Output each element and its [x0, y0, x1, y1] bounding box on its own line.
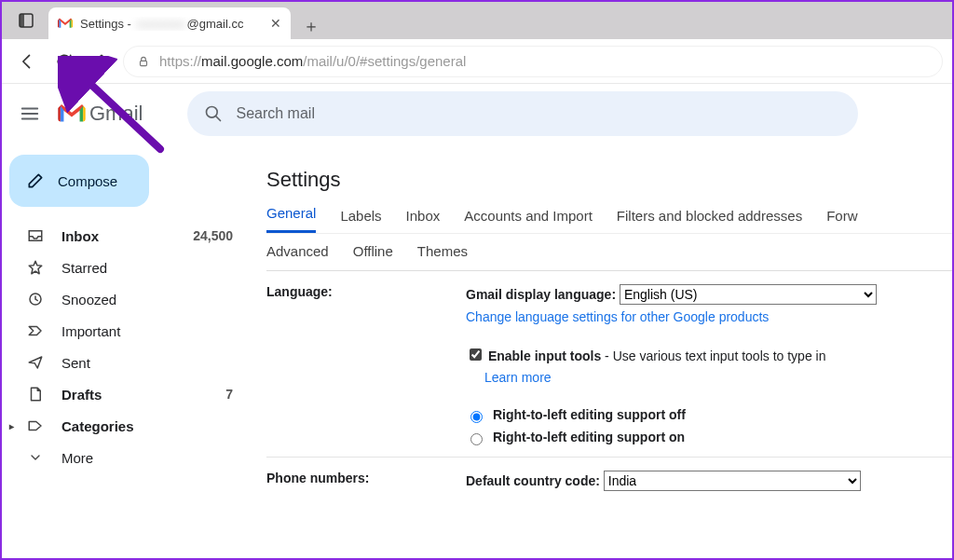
sidebar-item-label: More	[61, 450, 93, 466]
change-language-link[interactable]: Change language settings for other Googl…	[466, 309, 769, 324]
important-icon	[26, 322, 45, 339]
gmail-logo[interactable]: Gmail	[58, 102, 143, 126]
display-language-select[interactable]: English (US)	[620, 284, 877, 305]
sidebar-item-snoozed[interactable]: Snoozed	[7, 283, 244, 315]
send-icon	[26, 354, 45, 371]
inbox-icon	[26, 227, 45, 244]
home-button[interactable]	[86, 46, 117, 77]
sidebar-item-label: Sent	[61, 355, 90, 371]
drafts-icon	[26, 386, 45, 403]
back-button[interactable]	[11, 46, 43, 77]
setting-language: Language: Gmail display language: Englis…	[266, 271, 952, 457]
sidebar-item-important[interactable]: Important	[7, 315, 244, 347]
learn-more-link[interactable]: Learn more	[484, 370, 552, 385]
tab-general[interactable]: General	[266, 205, 316, 233]
rtl-off-label: Right-to-left editing support off	[493, 404, 686, 427]
default-cc-label: Default country code:	[466, 473, 600, 488]
tab-offline[interactable]: Offline	[353, 243, 393, 270]
star-icon	[26, 259, 45, 276]
gmail-header: Gmail Search mail	[2, 84, 952, 143]
tab-accounts[interactable]: Accounts and Import	[464, 208, 593, 233]
rtl-on-label: Right-to-left editing support on	[493, 427, 685, 449]
rtl-off-radio[interactable]	[470, 411, 483, 423]
gmail-favicon-icon	[58, 18, 73, 29]
pencil-icon	[26, 171, 45, 190]
window-controls-icon[interactable]	[13, 7, 39, 34]
new-tab-button[interactable]: ＋	[298, 13, 324, 39]
rtl-on-radio[interactable]	[470, 433, 483, 445]
lock-icon	[137, 55, 150, 68]
svg-rect-2	[141, 61, 147, 65]
tab-advanced[interactable]: Advanced	[266, 243, 329, 270]
clock-icon	[26, 291, 45, 307]
sidebar-item-label: Starred	[61, 260, 107, 276]
setting-label: Language:	[266, 284, 466, 449]
main-menu-button[interactable]	[9, 93, 50, 134]
enable-input-tools-desc: - Use various text input tools to type i…	[601, 348, 825, 363]
search-bar[interactable]: Search mail	[187, 91, 858, 136]
sidebar-item-label: Snoozed	[61, 292, 116, 307]
sidebar-item-label: Important	[61, 323, 120, 339]
sidebar-item-count: 7	[225, 387, 233, 402]
sidebar-item-label: Inbox	[61, 228, 99, 244]
sidebar-item-more[interactable]: More	[7, 442, 244, 473]
tab-inbox[interactable]: Inbox	[406, 208, 441, 233]
tab-forwarding[interactable]: Forw	[826, 208, 857, 233]
sidebar-item-label: Categories	[61, 418, 134, 434]
gmail-wordmark: Gmail	[89, 102, 143, 126]
browser-toolbar: https://mail.google.com/mail/u/0/#settin…	[2, 39, 952, 84]
display-language-label: Gmail display language:	[466, 287, 616, 302]
tab-title: Settings - xxxxxxxx@gmail.cc	[80, 17, 243, 31]
sidebar-item-inbox[interactable]: Inbox 24,500	[7, 220, 244, 252]
url-text: https://mail.google.com/mail/u/0/#settin…	[159, 53, 466, 69]
tab-close-icon[interactable]: ✕	[270, 16, 281, 31]
tab-filters[interactable]: Filters and blocked addresses	[617, 208, 802, 233]
search-icon	[204, 104, 223, 123]
chevron-down-icon	[26, 450, 45, 465]
compose-label: Compose	[58, 173, 117, 189]
browser-tabstrip: Settings - xxxxxxxx@gmail.cc ✕ ＋	[2, 2, 952, 39]
settings-panel: Settings General Labels Inbox Accounts a…	[244, 149, 952, 560]
sidebar-item-sent[interactable]: Sent	[7, 347, 244, 378]
address-bar[interactable]: https://mail.google.com/mail/u/0/#settin…	[123, 46, 943, 77]
sidebar-item-starred[interactable]: Starred	[7, 252, 244, 283]
sidebar-item-count: 24,500	[193, 228, 233, 243]
sidebar: Compose Inbox 24,500 Starred Snoozed Imp…	[2, 143, 244, 560]
sidebar-item-drafts[interactable]: Drafts 7	[7, 378, 244, 410]
enable-input-tools-label: Enable input tools	[488, 348, 601, 363]
settings-tabs-primary: General Labels Inbox Accounts and Import…	[266, 205, 952, 234]
tab-labels[interactable]: Labels	[340, 208, 381, 233]
caret-right-icon: ▸	[9, 421, 14, 431]
setting-label: Phone numbers:	[266, 471, 466, 493]
gmail-logo-icon	[58, 103, 86, 124]
browser-tab[interactable]: Settings - xxxxxxxx@gmail.cc ✕	[48, 7, 291, 39]
tab-themes[interactable]: Themes	[417, 243, 468, 270]
refresh-button[interactable]	[48, 46, 80, 77]
enable-input-tools-checkbox[interactable]	[470, 348, 482, 361]
page-title: Settings	[266, 168, 952, 192]
sidebar-item-label: Drafts	[61, 387, 102, 403]
setting-phone: Phone numbers: Default country code: Ind…	[266, 457, 952, 500]
svg-rect-1	[20, 14, 24, 27]
default-cc-select[interactable]: India	[604, 471, 861, 491]
search-placeholder: Search mail	[236, 105, 314, 122]
compose-button[interactable]: Compose	[9, 155, 149, 207]
categories-icon	[26, 417, 45, 434]
sidebar-item-categories[interactable]: ▸ Categories	[7, 410, 244, 442]
settings-tabs-secondary: Advanced Offline Themes	[266, 234, 952, 271]
